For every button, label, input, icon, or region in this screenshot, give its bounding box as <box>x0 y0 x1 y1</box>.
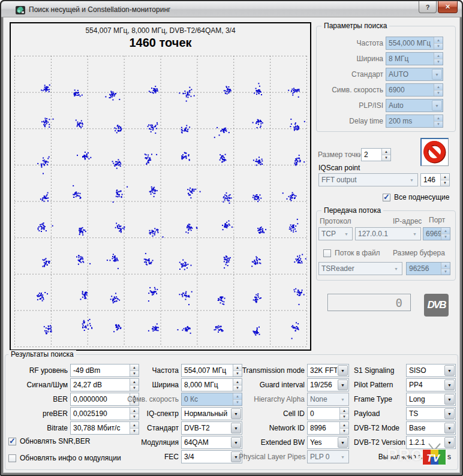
frequency-spinner[interactable]: ▲▼ <box>434 37 443 49</box>
port-spin-up-button[interactable]: ▲ <box>441 228 450 234</box>
buffer-size-field[interactable]: 96256▲▼ <box>406 262 450 275</box>
delay-time-field[interactable]: 200 ms▲▼ <box>386 115 443 128</box>
pilot-pattern-field[interactable]: PP4▼ <box>406 378 456 391</box>
iqscan-index-spinner[interactable]: ▲▼ <box>440 174 449 186</box>
cell-id-spin-down-button[interactable]: ▼ <box>340 414 348 420</box>
protocol-dropdown-arrow[interactable]: ▼ <box>341 228 351 239</box>
all-subcarriers-label: Все поднесущие <box>394 193 449 201</box>
ip-address-dropdown-arrow[interactable]: ▼ <box>410 228 420 239</box>
frame-type-dropdown-arrow[interactable]: ▼ <box>444 394 455 405</box>
cell-id-field[interactable]: 0▲▼ <box>307 407 349 420</box>
guard-interval-dropdown-arrow[interactable]: ▼ <box>338 379 348 390</box>
bandwidth-spin-up-button[interactable]: ▲ <box>434 53 443 59</box>
network-id-spin-up-button[interactable]: ▲ <box>340 422 348 428</box>
symbol-rate-spin-up-button[interactable]: ▲ <box>434 84 443 90</box>
ip-address-field[interactable]: 127.0.0.1▼ <box>355 227 421 240</box>
update-snr-ber-checkbox-row[interactable]: Обновлять SNR,BER <box>8 436 91 446</box>
result-symbol-rate-label: Симв. скорость <box>114 395 181 403</box>
delay-time-spin-down-button[interactable]: ▼ <box>434 121 443 128</box>
pilot-pattern-dropdown-arrow[interactable]: ▼ <box>444 379 455 390</box>
standard-dropdown-arrow[interactable]: ▼ <box>432 69 442 80</box>
result-row-pilot-pattern: Pilot PatternPP4▼ <box>353 378 456 391</box>
s1-signaling-field[interactable]: SISO▼ <box>406 364 456 377</box>
buffer-size-spin-down-button[interactable]: ▼ <box>441 269 450 275</box>
dvb-t2-mode-field[interactable]: Base▼ <box>406 421 456 435</box>
stream-to-file-checkbox[interactable] <box>323 249 331 257</box>
delay-time-spinner[interactable]: ▲▼ <box>434 115 443 127</box>
physical-layer-pipes-field[interactable]: PLP 0▼ <box>307 450 349 463</box>
modulation-field[interactable]: 64QAM▼ <box>181 436 242 449</box>
network-id-spin-down-button[interactable]: ▼ <box>340 428 348 435</box>
network-id-field[interactable]: 8996▲▼ <box>307 421 349 435</box>
frequency-spin-up-button[interactable]: ▲ <box>434 37 443 43</box>
all-subcarriers-checkbox-row[interactable]: Все поднесущие <box>383 192 449 202</box>
cell-id-spin-up-button[interactable]: ▲ <box>340 408 348 414</box>
port-spinner[interactable]: ▲▼ <box>441 228 450 240</box>
result-frequency-field[interactable]: 554,007 МГц▲▼ <box>181 364 242 377</box>
port-field[interactable]: 6969▲▼ <box>423 227 450 240</box>
iqscan-index-spin-down-button[interactable]: ▼ <box>441 180 449 186</box>
payload-field[interactable]: TS▼ <box>406 407 456 420</box>
hierarchy-alpha-field[interactable]: None▼ <box>307 393 349 406</box>
buffer-size-spinner[interactable]: ▲▼ <box>441 263 450 275</box>
protocol-field[interactable]: TCP▼ <box>318 227 353 240</box>
result-symbol-rate-field[interactable]: 0 Кс▲▼ <box>181 393 242 406</box>
symbol-rate-field[interactable]: 6900▲▼ <box>386 83 443 97</box>
transmission-mode-field[interactable]: 32K FFT▼ <box>307 364 349 377</box>
guard-interval-field[interactable]: 19/256▼ <box>307 378 349 391</box>
update-modulation-info-checkbox[interactable] <box>8 454 16 462</box>
result-row-transmission-mode: Transmission mode32K FFT▼ <box>239 364 349 377</box>
all-subcarriers-checkbox[interactable] <box>383 194 390 201</box>
symbol-rate-spinner[interactable]: ▲▼ <box>434 84 443 96</box>
s1-signaling-dropdown-arrow[interactable]: ▼ <box>444 365 455 376</box>
dvb-t2-mode-dropdown-arrow[interactable]: ▼ <box>444 423 455 433</box>
transmission-mode-dropdown-arrow[interactable]: ▼ <box>338 365 348 376</box>
frame-type-field[interactable]: Long▼ <box>406 393 456 406</box>
bandwidth-spinner[interactable]: ▲▼ <box>434 53 443 65</box>
close-button[interactable]: ✕ <box>438 1 458 13</box>
stream-to-file-checkbox-row[interactable]: Поток в файл <box>323 248 380 258</box>
symbol-rate-spin-down-button[interactable]: ▼ <box>434 90 443 97</box>
iqscan-source-value: FFT output <box>319 174 406 186</box>
physical-layer-pipes-dropdown-arrow[interactable]: ▼ <box>338 451 348 462</box>
point-size-spin-down-button[interactable]: ▼ <box>382 155 390 161</box>
iqscan-source-field[interactable]: FFT output▼ <box>318 173 418 186</box>
frequency-spin-down-button[interactable]: ▼ <box>434 43 443 50</box>
hierarchy-alpha-dropdown-arrow[interactable]: ▼ <box>338 394 348 405</box>
fec-field[interactable]: 3/4▼ <box>181 450 242 463</box>
iq-spectrum-field[interactable]: Нормальный▼ <box>181 407 242 420</box>
extended-bw-dropdown-arrow[interactable]: ▼ <box>338 437 348 448</box>
help-button[interactable]: ? <box>419 1 437 13</box>
plp-isi-dropdown-arrow[interactable]: ▼ <box>432 100 442 111</box>
update-modulation-info-checkbox-row[interactable]: Обновлять инфо о модуляции <box>8 453 121 463</box>
result-standard-value: DVB-T2 <box>182 422 230 434</box>
cell-id-spinner[interactable]: ▲▼ <box>339 408 348 420</box>
update-snr-ber-checkbox[interactable] <box>8 438 16 445</box>
stop-scan-button[interactable] <box>420 138 449 166</box>
network-id-spinner[interactable]: ▲▼ <box>339 422 348 434</box>
standard-field[interactable]: AUTO▼ <box>386 68 443 81</box>
payload-dropdown-arrow[interactable]: ▼ <box>444 408 455 419</box>
plp-isi-field[interactable]: Auto▼ <box>386 99 443 112</box>
bandwidth-field[interactable]: 8 МГц▲▼ <box>386 52 443 65</box>
point-size-field[interactable]: 2▲▼ <box>361 148 391 161</box>
iqscan-index-field[interactable]: 146▲▼ <box>420 173 450 186</box>
frequency-field[interactable]: 554,000 МГц▲▼ <box>386 37 443 50</box>
param-row-bandwidth: Ширина8 МГц▲▼ <box>318 52 452 65</box>
bandwidth-spin-down-button[interactable]: ▼ <box>434 59 443 65</box>
delay-time-spin-up-button[interactable]: ▲ <box>434 115 443 121</box>
ts-reader-field[interactable]: TSReader▼ <box>318 262 402 275</box>
result-standard-field[interactable]: DVB-T2▼ <box>181 421 242 435</box>
titlebar[interactable]: Поиск несущей и Constellation-мониторинг <box>1 1 462 17</box>
buffer-size-spin-up-button[interactable]: ▲ <box>441 263 450 269</box>
ts-reader-dropdown-arrow[interactable]: ▼ <box>391 263 401 274</box>
iqscan-source-dropdown-arrow[interactable]: ▼ <box>407 174 417 185</box>
param-row-standard: СтандартAUTO▼ <box>318 68 452 81</box>
point-size-spin-up-button[interactable]: ▲ <box>382 149 390 155</box>
extended-bw-field[interactable]: Yes▼ <box>307 436 349 449</box>
iqscan-index-spin-up-button[interactable]: ▲ <box>441 174 449 180</box>
port-spin-down-button[interactable]: ▼ <box>441 234 450 240</box>
result-bandwidth-value: 8,000 МГц <box>182 379 233 391</box>
point-size-spinner[interactable]: ▲▼ <box>381 149 390 161</box>
result-bandwidth-field[interactable]: 8,000 МГц▲▼ <box>181 378 242 391</box>
